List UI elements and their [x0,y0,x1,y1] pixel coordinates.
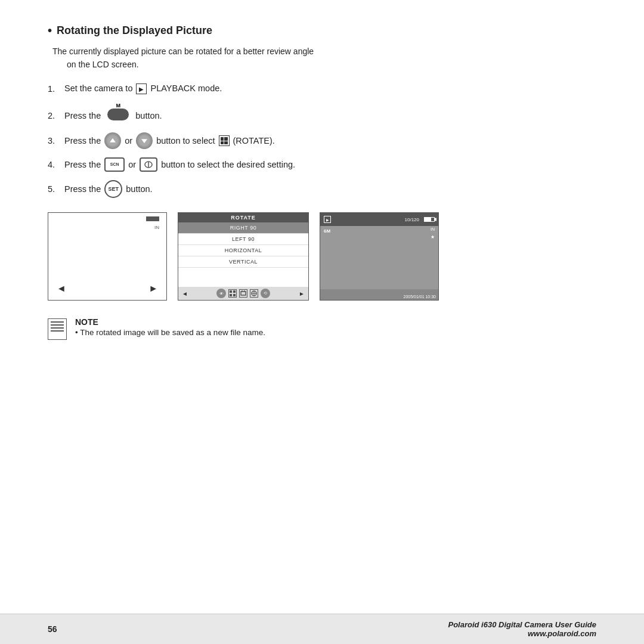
step-5: 5. Press the SET button. [48,180,596,198]
screenshots-row: IN ◄ ► ROTATE RIGHT 90 LEFT 90 HORIZONTA… [48,212,596,301]
step-1: 1. Set the camera to ▶ PLAYBACK mode. [48,83,596,95]
screen3-date: 2005/01/01 10:30 [404,295,436,299]
footer-page-number: 56 [48,624,57,634]
arrow-right-icon: ► [148,283,158,294]
title-text: Rotating the Displayed Picture [57,24,212,37]
step-1-text: Set the camera to ▶ PLAYBACK mode. [64,83,222,95]
playback-icon: ▶ [136,83,147,94]
bottom-arrow-right: ► [299,290,305,297]
step-4: 4. Press the SCN or button to select the… [48,157,596,172]
battery-bar [146,216,159,221]
step-3: 3. Press the or button to select (ROTATE… [48,132,596,149]
in-label: IN [154,225,159,230]
menu-title: ROTATE [178,213,308,222]
screen3-in-label: IN [431,227,435,231]
svg-rect-2 [230,290,232,293]
screen1-blank: IN ◄ ► [48,212,167,301]
footer: 56 Polaroid i630 Digital Camera User Gui… [0,614,644,644]
bottom-icon-5: ⟲ [261,289,270,298]
svg-rect-6 [241,292,246,295]
step-4-num: 4. [48,160,61,169]
set-button-icon: SET [104,180,122,198]
bottom-icon-3 [239,289,247,298]
step-3-num: 3. [48,136,61,145]
note-icon [48,318,67,340]
note-content: NOTE • The rotated image will be saved a… [75,317,265,339]
battery-fill [425,218,431,221]
bottom-icon-1: 👁 [216,289,226,298]
screen2-menu: ROTATE RIGHT 90 LEFT 90 HORIZONTAL VERTI… [178,212,309,301]
bottom-icon-2 [228,289,237,298]
screen3-battery [424,217,435,222]
menu-item-left90: LEFT 90 [178,234,308,245]
screen3-playback: 10/120 6M IN ★ 2005/01/01 10:30 [320,212,439,301]
step-1-num: 1. [48,84,61,94]
bottom-arrow-left: ◄ [182,290,188,297]
section-title: • Rotating the Displayed Picture [48,24,596,38]
note-line-2 [51,324,64,326]
screen3-play-icon [324,216,331,223]
nav-up-icon [104,132,121,149]
note-lines [51,321,64,333]
svg-rect-4 [230,294,232,296]
step-4-text: Press the SCN or button to select the de… [64,157,295,172]
nav-down-icon [136,132,153,149]
screen2-content: ROTATE RIGHT 90 LEFT 90 HORIZONTAL VERTI… [178,213,308,300]
screen3-counter: 10/120 [405,217,419,222]
note-line-3 [51,327,64,329]
footer-brand-line2: www.polaroid.com [448,629,596,638]
menu-item-vertical: VERTICAL [178,256,308,268]
screen1-topbar [146,216,159,221]
screen3-star: ★ [431,234,435,240]
bottom-icons: 👁 [216,289,270,298]
intro-text: The currently displayed picture can be r… [52,45,596,72]
rotate-icon [219,135,230,146]
note-label: NOTE [75,317,265,327]
note-section: NOTE • The rotated image will be saved a… [48,317,596,340]
menu-item-horizontal: HORIZONTAL [178,245,308,256]
title-bullet: • [48,24,52,38]
footer-brand-line1: Polaroid i630 Digital Camera User Guide [448,620,596,629]
screen2-bottombar: ◄ 👁 [178,287,308,300]
steps-list: 1. Set the camera to ▶ PLAYBACK mode. 2.… [48,83,596,199]
bottom-icon-4 [250,289,258,298]
menu-item-right90: RIGHT 90 [178,222,308,234]
m-button-icon [107,109,129,120]
screen3-photo-area [320,226,438,289]
step-2-text: Press the M button. [64,103,162,120]
arrow-left-icon: ◄ [57,283,66,294]
footer-brand: Polaroid i630 Digital Camera User Guide … [448,620,596,638]
svg-rect-3 [233,290,236,293]
note-line-1 [51,321,64,323]
screen3-megapixel: 6M [324,228,330,234]
step-5-num: 5. [48,184,61,194]
screen3-topbar: 10/120 [320,213,438,226]
note-text: • The rotated image will be saved as a n… [75,327,265,339]
step-5-text: Press the SET button. [64,180,153,198]
step-3-text: Press the or button to select (ROTATE). [64,132,275,149]
svg-rect-5 [233,294,236,296]
adj-button-icon [140,157,157,172]
step-2: 2. Press the M button. [48,103,596,120]
screen1-content: IN ◄ ► [48,213,166,300]
scn-button-icon: SCN [104,157,125,172]
step-2-num: 2. [48,111,61,120]
note-line-4 [51,330,64,332]
screen3-content: 10/120 6M IN ★ 2005/01/01 10:30 [320,213,438,300]
